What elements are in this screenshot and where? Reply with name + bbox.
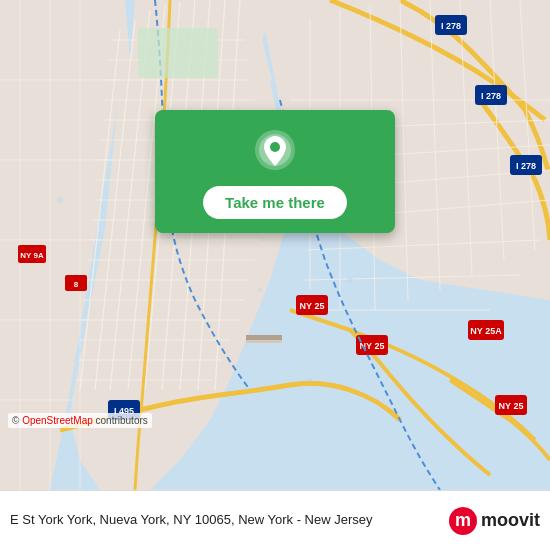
svg-rect-78 bbox=[138, 28, 218, 78]
svg-rect-81 bbox=[246, 335, 282, 340]
svg-point-87 bbox=[347, 277, 353, 283]
info-bar: E St York York, Nueva York, NY 10065, Ne… bbox=[0, 490, 550, 550]
svg-text:I 278: I 278 bbox=[441, 21, 461, 31]
svg-text:NY 9A: NY 9A bbox=[20, 251, 44, 260]
svg-point-91 bbox=[270, 142, 280, 152]
svg-point-86 bbox=[258, 288, 262, 292]
moovit-logo-icon: m bbox=[449, 507, 477, 535]
svg-point-84 bbox=[78, 348, 82, 352]
svg-rect-82 bbox=[246, 340, 282, 343]
svg-point-88 bbox=[308, 378, 312, 382]
moovit-logo-text: moovit bbox=[481, 510, 540, 531]
address-text: E St York York, Nueva York, NY 10065, Ne… bbox=[10, 511, 439, 529]
svg-text:I 278: I 278 bbox=[516, 161, 536, 171]
location-pin-icon bbox=[253, 128, 297, 172]
svg-text:NY 25: NY 25 bbox=[300, 301, 325, 311]
take-me-there-button[interactable]: Take me there bbox=[203, 186, 347, 219]
osm-attribution: © OpenStreetMap contributors bbox=[8, 413, 152, 428]
svg-text:NY 25: NY 25 bbox=[499, 401, 524, 411]
svg-text:8: 8 bbox=[74, 280, 79, 289]
moovit-logo: m moovit bbox=[449, 507, 540, 535]
map-container: I 278 I 278 I 278 8 NY 9A I 495 NY 25 NY… bbox=[0, 0, 550, 490]
svg-point-83 bbox=[57, 197, 63, 203]
location-card: Take me there bbox=[155, 110, 395, 233]
svg-text:I 278: I 278 bbox=[481, 91, 501, 101]
svg-text:NY 25A: NY 25A bbox=[470, 326, 502, 336]
